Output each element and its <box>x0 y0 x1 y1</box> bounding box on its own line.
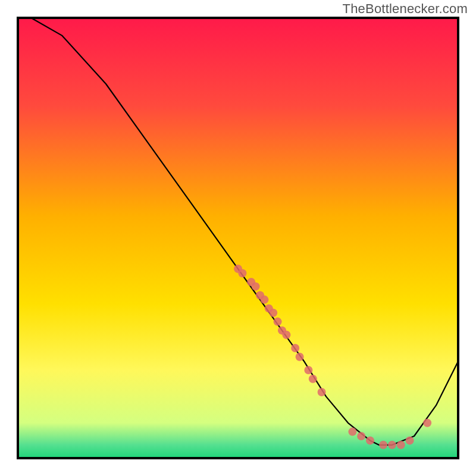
gradient-background <box>18 18 458 458</box>
data-point <box>366 436 374 444</box>
data-point <box>260 296 268 304</box>
data-point <box>238 269 246 277</box>
data-point <box>423 419 431 427</box>
data-point <box>304 366 312 374</box>
watermark-text: TheBottlenecker.com <box>343 1 468 17</box>
data-point <box>379 441 387 449</box>
data-point <box>309 375 317 383</box>
data-point <box>269 309 277 317</box>
data-point <box>282 331 290 339</box>
data-point <box>406 436 414 444</box>
data-point <box>397 441 405 449</box>
data-point <box>291 344 299 352</box>
chart-container: TheBottlenecker.com <box>0 0 476 476</box>
data-point <box>318 388 326 396</box>
data-point <box>348 428 356 436</box>
data-point <box>252 282 260 290</box>
data-point <box>357 432 365 440</box>
data-point <box>388 441 396 449</box>
data-point <box>296 353 304 361</box>
bottleneck-chart <box>0 0 476 476</box>
data-point <box>274 318 282 326</box>
